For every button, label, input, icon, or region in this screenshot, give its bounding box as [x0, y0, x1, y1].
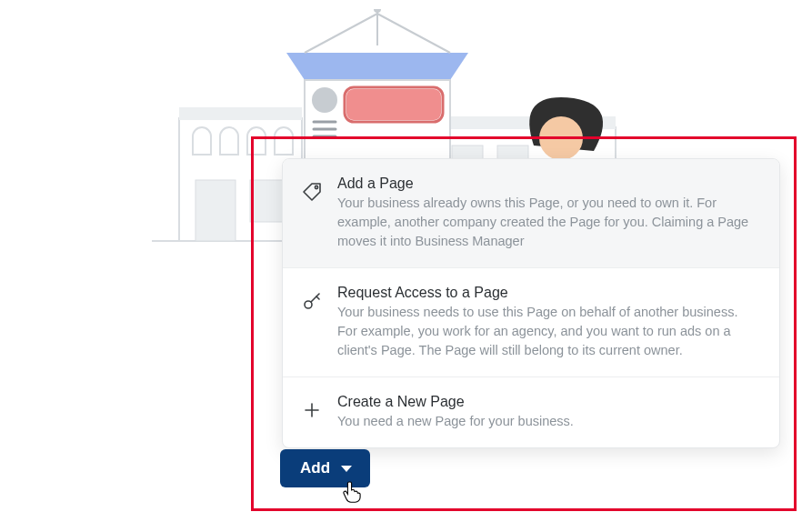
svg-line-12: [305, 14, 377, 53]
dropdown-item-desc: Your business already owns this Page, or…: [337, 194, 759, 251]
svg-line-25: [316, 296, 319, 299]
dropdown-item-desc: You need a new Page for your business.: [337, 412, 759, 431]
dropdown-item-title: Create a New Page: [337, 394, 759, 410]
svg-point-10: [374, 9, 381, 13]
svg-rect-6: [434, 116, 616, 129]
svg-line-13: [377, 14, 450, 53]
add-button[interactable]: Add: [280, 449, 370, 487]
add-button-label: Add: [300, 459, 330, 477]
key-icon: [301, 290, 323, 312]
svg-rect-19: [346, 89, 441, 120]
add-page-dropdown: Add a Page Your business already owns th…: [282, 158, 780, 448]
tag-icon: [301, 181, 323, 203]
svg-marker-11: [286, 53, 468, 80]
dropdown-item-add-page[interactable]: Add a Page Your business already owns th…: [283, 159, 779, 267]
svg-rect-2: [179, 107, 302, 120]
dropdown-item-create-page[interactable]: Create a New Page You need a new Page fo…: [283, 376, 779, 447]
caret-down-icon: [341, 466, 352, 472]
svg-rect-3: [195, 180, 236, 241]
svg-rect-20: [345, 87, 443, 122]
dropdown-item-desc: Your business needs to use this Page on …: [337, 303, 759, 360]
svg-point-15: [312, 87, 337, 113]
dropdown-item-title: Add a Page: [337, 176, 759, 192]
dropdown-item-request-access[interactable]: Request Access to a Page Your business n…: [283, 267, 779, 376]
dropdown-item-title: Request Access to a Page: [337, 285, 759, 301]
plus-icon: [301, 399, 323, 421]
svg-point-22: [315, 186, 317, 188]
